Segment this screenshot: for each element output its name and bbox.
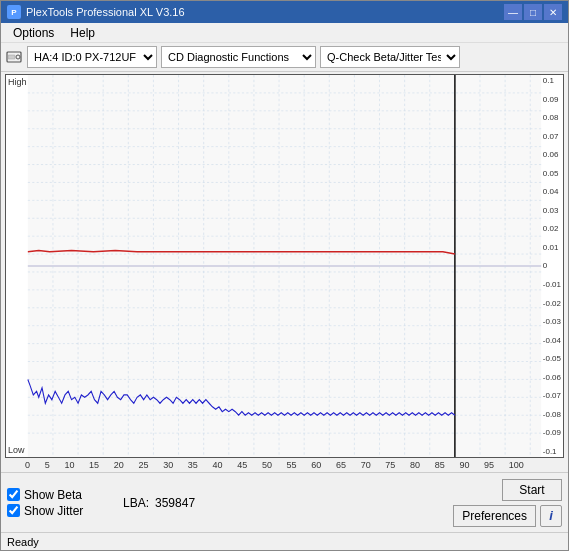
title-bar-left: P PlexTools Professional XL V3.16 (7, 5, 185, 19)
status-bar: Ready (1, 532, 568, 550)
x-axis: 0 5 10 15 20 25 30 35 40 45 50 55 60 65 … (5, 460, 564, 470)
status-text: Ready (7, 536, 39, 548)
menu-options[interactable]: Options (5, 24, 62, 42)
svg-rect-2 (8, 55, 15, 59)
show-beta-checkbox[interactable] (7, 488, 20, 501)
drive-select[interactable]: HA:4 ID:0 PX-712UF (27, 46, 157, 68)
title-bar-controls: — □ ✕ (504, 4, 562, 20)
toolbar: HA:4 ID:0 PX-712UF CD Diagnostic Functio… (1, 43, 568, 72)
prefs-row: Preferences i (453, 505, 562, 527)
start-button[interactable]: Start (502, 479, 562, 501)
y-axis-bottom-label: Low (8, 445, 25, 455)
lba-label: LBA: (123, 496, 149, 510)
bottom-panel: Show Beta Show Jitter LBA: 359847 Start … (1, 472, 568, 532)
app-icon: P (7, 5, 21, 19)
svg-point-1 (16, 55, 20, 59)
preferences-button[interactable]: Preferences (453, 505, 536, 527)
show-jitter-label: Show Jitter (24, 504, 83, 518)
show-jitter-checkbox[interactable] (7, 504, 20, 517)
show-beta-label: Show Beta (24, 488, 82, 502)
checkboxes: Show Beta Show Jitter (7, 488, 107, 518)
window-title: PlexTools Professional XL V3.16 (26, 6, 185, 18)
menu-help[interactable]: Help (62, 24, 103, 42)
y-right-labels: 0.1 0.09 0.08 0.07 0.06 0.05 0.04 0.03 0… (543, 75, 561, 457)
drive-icon (5, 48, 23, 66)
maximize-button[interactable]: □ (524, 4, 542, 20)
lba-value: 359847 (155, 496, 195, 510)
menu-bar: Options Help (1, 23, 568, 43)
chart-area: High Low 0.1 0.09 0.08 0.07 0.06 0.05 0.… (1, 72, 568, 472)
info-button[interactable]: i (540, 505, 562, 527)
show-beta-row: Show Beta (7, 488, 107, 502)
main-window: P PlexTools Professional XL V3.16 — □ ✕ … (0, 0, 569, 551)
right-buttons: Start Preferences i (453, 479, 562, 527)
show-jitter-row: Show Jitter (7, 504, 107, 518)
y-axis-top-label: High (8, 77, 27, 87)
minimize-button[interactable]: — (504, 4, 522, 20)
close-button[interactable]: ✕ (544, 4, 562, 20)
chart-svg (6, 75, 563, 457)
test-select[interactable]: Q-Check Beta/Jitter Test (320, 46, 460, 68)
function-select[interactable]: CD Diagnostic Functions (161, 46, 316, 68)
title-bar: P PlexTools Professional XL V3.16 — □ ✕ (1, 1, 568, 23)
chart-container: High Low 0.1 0.09 0.08 0.07 0.06 0.05 0.… (5, 74, 564, 458)
lba-area: LBA: 359847 (123, 496, 195, 510)
